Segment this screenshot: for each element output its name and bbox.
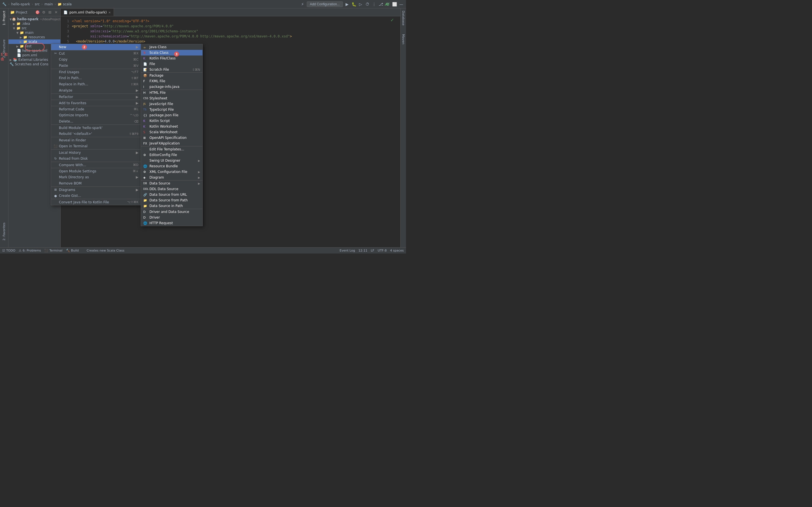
submenu-edit-templates[interactable]: Edit File Templates... — [141, 146, 202, 152]
indent-indicator[interactable]: 4 spaces — [390, 249, 404, 252]
menu-item-optimize[interactable]: Optimize Imports ^⌥O — [51, 112, 141, 118]
submenu-http-request[interactable]: 🌐 HTTP Request — [141, 220, 202, 226]
menu-item-paste[interactable]: Paste ⌘V — [51, 62, 141, 69]
submenu-editorconfig[interactable]: ⚙ EditorConfig File — [141, 152, 202, 158]
menu-item-module-settings[interactable]: Open Module Settings ⌘↓ — [51, 168, 141, 174]
terminal-btn[interactable]: ⬛ Terminal — [44, 249, 63, 252]
menu-item-compare[interactable]: Compare With... ⌘D — [51, 162, 141, 168]
submenu-package[interactable]: 📦 Package — [141, 72, 202, 78]
submenu-scala-ws[interactable]: S Scala Worksheet — [141, 129, 202, 135]
todo-btn[interactable]: ☑ TODO — [2, 249, 15, 252]
editorconfig-label: EditorConfig File — [149, 153, 200, 157]
profile-icon[interactable]: ⏱ — [365, 2, 370, 7]
menu-item-new[interactable]: New ▶ ☕ Java Class S Scala Class K Kotli… — [51, 44, 141, 50]
menu-item-convert-java[interactable]: Convert Java File to Kotlin File ⌥⇧⌘K — [51, 199, 141, 205]
submenu-scala-class[interactable]: S Scala Class — [141, 50, 202, 55]
position-indicator[interactable]: 12:11 — [358, 249, 367, 252]
menu-item-local-history[interactable]: Local History ▶ — [51, 149, 141, 156]
tree-item-scala[interactable]: ▶ 📁 scala — [8, 40, 60, 44]
submenu-openapi[interactable]: ⊞ OpenAPI Specification — [141, 135, 202, 140]
lf-indicator[interactable]: LF — [371, 249, 374, 252]
ai-icon-area[interactable]: Ai — [385, 0, 389, 8]
breadcrumb-leaf: 📁 scala — [57, 2, 71, 6]
submenu-package-info[interactable]: i package-info.java — [141, 84, 202, 90]
menu-item-remove-bom[interactable]: Remove BOM — [51, 180, 141, 186]
submenu-ds-path[interactable]: 📁 Data Source from Path — [141, 198, 202, 203]
more-icon[interactable]: ⋮ — [371, 2, 377, 7]
submenu-resource-bundle[interactable]: 🌐 Resource Bundle — [141, 163, 202, 169]
submenu-java-class[interactable]: ☕ Java Class — [141, 44, 202, 50]
submenu-xml-config[interactable]: ⚙ XML Configuration File ▶ — [141, 169, 202, 175]
submenu-diagram[interactable]: ◈ Diagram ▶ — [141, 175, 202, 180]
menu-item-analyze[interactable]: Analyze ▶ — [51, 87, 141, 94]
menu-item-find-usages[interactable]: Find Usages ⌥F7 — [51, 69, 141, 75]
tab-pom-xml[interactable]: 📄 pom.xml (hello-spark) ✕ — [61, 9, 114, 16]
encoding-indicator[interactable]: UTF-8 — [377, 249, 387, 252]
event-log-btn[interactable]: Event Log — [340, 249, 355, 252]
submenu-ds-url[interactable]: 🔗 Data Source from URL — [141, 192, 202, 198]
vcs-icon[interactable]: ⎇ — [378, 2, 384, 7]
panel-locate-icon[interactable]: 🎯 — [35, 10, 40, 15]
menu-item-find-path[interactable]: Find in Path... ⇧⌘F — [51, 75, 141, 81]
submenu-js[interactable]: JS JavaScript File — [141, 101, 202, 107]
submenu-fxml[interactable]: F FXML File — [141, 78, 202, 84]
coverage-icon[interactable]: ▷ — [358, 2, 363, 7]
menu-item-create-gist[interactable]: ● Create Gist... — [51, 193, 141, 199]
rebuild-label: Rebuild '<default>' — [59, 132, 123, 136]
build-btn[interactable]: 🔨 Build — [66, 249, 79, 252]
run-config-button[interactable]: Add Configuration... — [307, 1, 343, 7]
strip-favorites[interactable]: 2: Favorites — [2, 221, 6, 242]
menu-item-favorites[interactable]: Add to Favorites ▶ — [51, 100, 141, 106]
tree-item-idea[interactable]: ▶ 📁 .idea — [8, 21, 60, 26]
menu-item-replace-path[interactable]: Replace in Path... ⇧⌘R — [51, 81, 141, 87]
menu-item-reformat[interactable]: Reformat Code ⌘L — [51, 106, 141, 112]
strip-structure[interactable]: 2: Structure — [2, 38, 6, 59]
submenu-javafx[interactable]: FX JavaFXApplication — [141, 140, 202, 146]
panel-title: Project — [16, 10, 34, 14]
menu-item-reveal[interactable]: Reveal in Finder — [51, 137, 141, 143]
submenu-driver-ds[interactable]: D Driver and Data Source — [141, 209, 202, 215]
panel-close-icon[interactable]: ✕ — [54, 10, 59, 15]
submenu-kotlin-file[interactable]: K Kotlin File/Class — [141, 55, 202, 61]
tree-item-hello-spark[interactable]: ▼ 🏠 hello-spark ~/IdeaProjects/hello-spa… — [8, 17, 60, 21]
refactor-label: Refactor — [59, 95, 135, 99]
submenu-stylesheet[interactable]: CSS Stylesheet — [141, 96, 202, 101]
tree-arrow-root: ▼ — [10, 18, 12, 21]
menu-item-mark-dir[interactable]: Mark Directory as ▶ — [51, 174, 141, 180]
menu-item-open-terminal[interactable]: ⬛ Open in Terminal — [51, 143, 141, 149]
rt-database[interactable]: Database — [401, 10, 406, 27]
debug-icon[interactable]: 🐛 — [351, 2, 356, 7]
submenu-html[interactable]: H HTML File — [141, 90, 202, 96]
submenu-swing-ui[interactable]: Swing UI Designer ▶ — [141, 158, 202, 163]
panel-gear-icon[interactable]: ⚙ — [41, 10, 46, 15]
submenu-ds-in-path[interactable]: 📁 Data Source in Path — [141, 203, 202, 209]
tab-close-btn[interactable]: ✕ — [108, 11, 110, 14]
menu-item-rebuild[interactable]: Rebuild '<default>' ⇧⌘F9 — [51, 131, 141, 137]
menu-item-reload[interactable]: ↻ Reload from Disk — [51, 156, 141, 162]
tree-item-resources[interactable]: ▶ 📁 resources — [8, 35, 60, 40]
tree-item-main[interactable]: ▼ 📁 main — [8, 31, 60, 35]
strip-project[interactable]: 1: Project — [2, 10, 6, 26]
submenu-pkgjson[interactable]: {} package.json File — [141, 112, 202, 118]
menu-item-copy[interactable]: Copy ⌘C — [51, 56, 141, 62]
rt-maven[interactable]: Maven — [401, 33, 406, 45]
submenu-ddl[interactable]: DDL DDL Data Source — [141, 186, 202, 192]
submenu-datasource[interactable]: DB Data Source ▶ — [141, 180, 202, 186]
tree-item-src[interactable]: ▼ 📁 src — [8, 26, 60, 31]
menu-item-cut[interactable]: ✂ Cut ⌘X — [51, 50, 141, 56]
menu-item-delete[interactable]: Delete... ⌫ — [51, 118, 141, 124]
window-icon[interactable]: ⬜ — [392, 2, 397, 7]
submenu-kotlin-ws[interactable]: K Kotlin Worksheet — [141, 124, 202, 129]
submenu-ts[interactable]: TS TypeScript File — [141, 107, 202, 112]
submenu-driver[interactable]: D Driver — [141, 215, 202, 220]
menu-item-build-module[interactable]: Build Module 'hello-spark' — [51, 124, 141, 131]
run-icon[interactable]: ▶ — [345, 2, 350, 7]
problems-btn[interactable]: ⚠ 6: Problems — [18, 249, 41, 252]
submenu-kotlin-script[interactable]: K Kotlin Script — [141, 118, 202, 124]
panel-settings-icon[interactable]: ⊞ — [47, 10, 52, 15]
menu-item-refactor[interactable]: Refactor ▶ — [51, 94, 141, 100]
menu-item-diagrams[interactable]: ⊞ Diagrams ▶ — [51, 186, 141, 193]
submenu-file[interactable]: 📄 File — [141, 61, 202, 67]
submenu-scratch-file[interactable]: 📝 Scratch File ⇧⌘N — [141, 67, 202, 72]
minimize-icon[interactable]: — — [399, 2, 404, 7]
